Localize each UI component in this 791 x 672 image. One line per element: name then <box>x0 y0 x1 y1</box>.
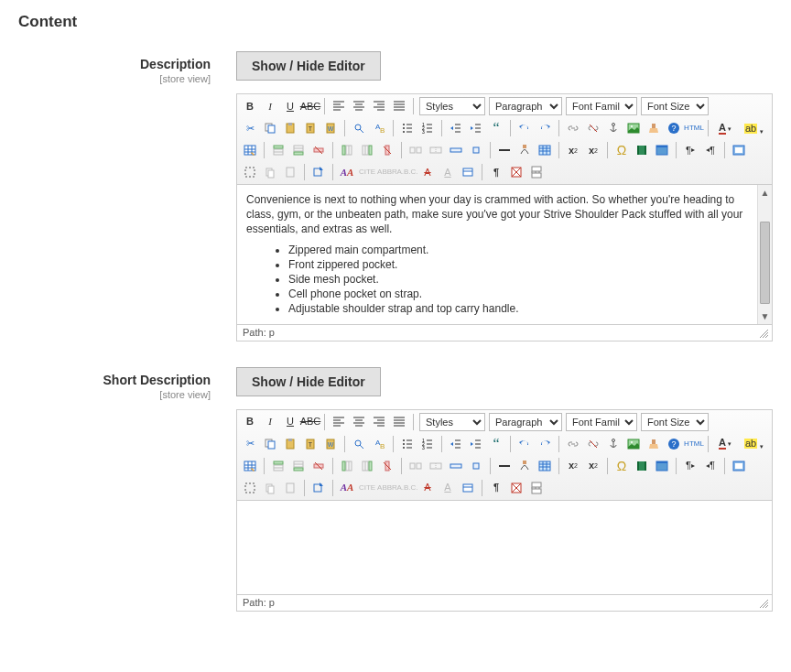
del-icon[interactable]: A <box>418 163 437 181</box>
row-props-icon[interactable] <box>447 141 465 159</box>
cut-icon[interactable]: ✂ <box>241 435 259 453</box>
ltr-icon[interactable]: ¶▸ <box>681 141 699 159</box>
outdent-icon[interactable] <box>447 119 465 137</box>
rtl-icon[interactable]: ◂¶ <box>701 457 720 475</box>
help-icon[interactable]: ? <box>665 119 683 137</box>
highlight-color-icon[interactable]: ab <box>739 435 763 453</box>
row-after-icon[interactable] <box>289 141 308 159</box>
bold-icon[interactable]: B <box>241 413 259 431</box>
merge-cells-icon[interactable] <box>427 457 445 475</box>
superscript-icon[interactable]: x2 <box>584 457 602 475</box>
special-char-icon[interactable]: Ω <box>612 457 631 475</box>
anchor-icon[interactable] <box>604 119 623 137</box>
ins-icon[interactable]: A <box>439 163 457 181</box>
col-after-icon[interactable] <box>358 141 376 159</box>
cut-icon[interactable]: ✂ <box>241 119 259 137</box>
resize-grip-icon[interactable] <box>757 327 768 338</box>
align-justify-icon[interactable] <box>390 97 408 115</box>
align-left-icon[interactable] <box>330 97 348 115</box>
replace-icon[interactable]: AB <box>370 119 388 137</box>
subscript-icon[interactable]: x2 <box>564 457 582 475</box>
paste-text-icon[interactable]: T <box>301 435 320 453</box>
editor-scrollbar[interactable]: ▲ ▼ <box>757 185 772 324</box>
select-all-icon[interactable] <box>241 479 259 497</box>
no-image-icon[interactable] <box>507 479 526 497</box>
copy-icon[interactable] <box>261 435 279 453</box>
italic-icon[interactable]: I <box>261 413 279 431</box>
del-icon[interactable]: A <box>418 479 437 497</box>
unlink-icon[interactable] <box>584 435 602 453</box>
font-color-icon[interactable]: A▾ <box>713 435 737 453</box>
redo-icon[interactable] <box>536 119 554 137</box>
unlink-icon[interactable] <box>584 119 602 137</box>
media-icon[interactable] <box>633 141 651 159</box>
find-icon[interactable] <box>350 119 368 137</box>
styles-select[interactable]: Styles <box>419 413 485 431</box>
col-delete-icon[interactable] <box>378 457 396 475</box>
numbered-list-icon[interactable]: 123 <box>418 119 437 137</box>
toggle-editor-short-description[interactable]: Show / Hide Editor <box>236 367 381 396</box>
col-delete-icon[interactable] <box>378 141 396 159</box>
remove-format-icon[interactable] <box>515 141 534 159</box>
media-icon[interactable] <box>633 457 651 475</box>
paste-text-icon[interactable]: T <box>301 119 320 137</box>
visual-aid-icon[interactable] <box>536 457 554 475</box>
abbr-icon[interactable]: ABBR <box>378 479 396 497</box>
style-icon[interactable]: AA <box>338 163 356 181</box>
split-cells-icon[interactable] <box>406 457 425 475</box>
style-icon[interactable]: AA <box>338 479 356 497</box>
resize-grip-icon[interactable] <box>757 597 768 608</box>
copy2-icon[interactable] <box>261 163 279 181</box>
toggle-editor-description[interactable]: Show / Hide Editor <box>236 51 381 81</box>
strikethrough-icon[interactable]: ABC <box>301 413 320 431</box>
cell-props-icon[interactable] <box>467 457 485 475</box>
outdent-icon[interactable] <box>447 435 465 453</box>
scroll-thumb[interactable] <box>760 222 770 304</box>
paste-word-icon[interactable]: W <box>321 119 340 137</box>
page-break-icon[interactable] <box>527 479 546 497</box>
superscript-icon[interactable]: x2 <box>584 141 602 159</box>
show-chars-icon[interactable]: ¶ <box>487 163 505 181</box>
font-family-select[interactable]: Font Family <box>566 413 637 431</box>
special-char-icon[interactable]: Ω <box>612 141 631 159</box>
paste-icon[interactable] <box>281 435 299 453</box>
visual-aid-icon[interactable] <box>536 141 554 159</box>
font-family-select[interactable]: Font Family <box>566 97 637 115</box>
undo-icon[interactable] <box>515 435 534 453</box>
scroll-down-icon[interactable]: ▼ <box>758 309 772 324</box>
insert-layer-icon[interactable] <box>309 163 328 181</box>
underline-icon[interactable]: U <box>281 97 299 115</box>
row-after-icon[interactable] <box>289 457 308 475</box>
font-size-select[interactable]: Font Size <box>641 413 709 431</box>
strikethrough-icon[interactable]: ABC <box>301 97 320 115</box>
scroll-up-icon[interactable]: ▲ <box>758 185 772 200</box>
highlight-color-icon[interactable]: ab <box>739 119 763 137</box>
short-description-editor-body[interactable] <box>237 501 772 594</box>
styles-select[interactable]: Styles <box>419 97 485 115</box>
align-center-icon[interactable] <box>350 413 368 431</box>
col-before-icon[interactable] <box>338 457 356 475</box>
image-icon[interactable] <box>624 119 643 137</box>
cell-props-icon[interactable] <box>467 141 485 159</box>
replace-icon[interactable]: AB <box>370 435 388 453</box>
italic-icon[interactable]: I <box>261 97 279 115</box>
table-icon[interactable] <box>241 457 259 475</box>
hr-icon[interactable] <box>495 457 514 475</box>
bold-icon[interactable]: B <box>241 97 259 115</box>
hr-icon[interactable] <box>495 141 514 159</box>
copy-icon[interactable] <box>261 119 279 137</box>
link-icon[interactable] <box>564 435 582 453</box>
find-icon[interactable] <box>350 435 368 453</box>
indent-icon[interactable] <box>467 119 485 137</box>
paste2-icon[interactable] <box>281 163 299 181</box>
ltr-icon[interactable]: ¶▸ <box>681 457 699 475</box>
select-all-icon[interactable] <box>241 163 259 181</box>
abbr-icon[interactable]: ABBR <box>378 163 396 181</box>
paste-word-icon[interactable]: W <box>321 435 340 453</box>
align-left-icon[interactable] <box>330 413 348 431</box>
col-before-icon[interactable] <box>338 141 356 159</box>
image-icon[interactable] <box>624 435 643 453</box>
numbered-list-icon[interactable]: 123 <box>418 435 437 453</box>
undo-icon[interactable] <box>515 119 534 137</box>
font-color-icon[interactable]: A▾ <box>713 119 737 137</box>
